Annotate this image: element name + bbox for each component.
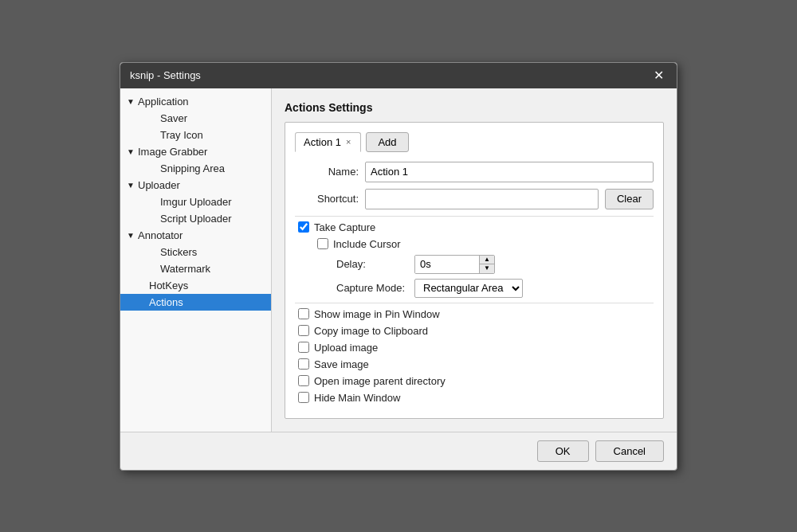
name-input[interactable] [365,162,654,182]
sidebar-item-watermark[interactable]: Watermark [120,260,271,277]
add-button[interactable]: Add [366,132,408,152]
actions-panel: Action 1 × Add Name: Shortcut: Clear [285,122,664,419]
upload-image-row: Upload image [295,342,654,354]
sidebar-item-label: Tray Icon [160,129,203,141]
shortcut-label: Shortcut: [295,193,359,205]
sidebar-item-imgur-uploader[interactable]: Imgur Uploader [120,194,271,210]
delay-label: Delay: [336,258,408,270]
capture-mode-row: Capture Mode: Rectangular AreaFull Scree… [314,279,654,298]
take-capture-label[interactable]: Take Capture [314,221,375,233]
sidebar-item-label: Snipping Area [160,162,225,174]
sidebar-item-saver[interactable]: Saver [120,110,271,127]
close-button[interactable]: ✕ [650,69,667,82]
open-parent-label[interactable]: Open image parent directory [314,375,446,387]
window-title: ksnip - Settings [130,69,201,81]
show-pin-label[interactable]: Show image in Pin Window [314,308,440,320]
sidebar-item-label: Saver [160,112,187,124]
sidebar-item-label: Actions [149,296,183,308]
take-capture-checkbox[interactable] [298,221,309,233]
tab-label: Action 1 [304,136,341,148]
open-parent-checkbox[interactable] [298,375,309,386]
triangle-icon: ▼ [127,147,135,156]
cancel-button[interactable]: Cancel [595,440,664,462]
main-content: Actions Settings Action 1 × Add Name: [272,88,677,432]
hide-main-checkbox[interactable] [298,392,309,403]
checkbox-list: Show image in Pin WindowCopy image to Cl… [295,308,654,404]
sidebar-item-annotator[interactable]: ▼Annotator [120,227,271,244]
triangle-icon: ▼ [127,97,135,106]
take-capture-row: Take Capture [295,221,654,233]
sidebar-item-label: Stickers [160,246,197,258]
delay-spinbox: ▲ ▼ [414,255,495,274]
shortcut-input-group: Clear [365,189,654,209]
show-pin-row: Show image in Pin Window [295,308,654,320]
capture-mode-select[interactable]: Rectangular AreaFull ScreenActive Window… [414,279,523,298]
sidebar-item-label: Image Grabber [138,146,207,158]
spinbox-down-button[interactable]: ▼ [480,264,494,273]
save-image-row: Save image [295,358,654,370]
ok-button[interactable]: OK [537,440,589,462]
sidebar-item-label: Watermark [160,263,210,275]
save-image-label[interactable]: Save image [314,358,369,370]
sidebar-item-image-grabber[interactable]: ▼Image Grabber [120,143,271,160]
sidebar-item-label: Script Uploader [160,213,232,225]
spinbox-buttons: ▲ ▼ [479,256,494,273]
sidebar-item-label: Uploader [138,179,180,191]
include-cursor-label[interactable]: Include Cursor [333,238,401,250]
sidebar-item-label: Imgur Uploader [160,196,232,208]
copy-clipboard-row: Copy image to Clipboard [295,325,654,337]
tabs-row: Action 1 × Add [295,132,654,152]
sidebar-item-uploader[interactable]: ▼Uploader [120,177,271,194]
name-row: Name: [295,162,654,182]
settings-dialog: ksnip - Settings ✕ ▼ApplicationSaverTray… [120,62,677,471]
capture-mode-label: Capture Mode: [336,282,408,294]
spinbox-up-button[interactable]: ▲ [480,256,494,264]
open-parent-row: Open image parent directory [295,375,654,387]
copy-clipboard-label[interactable]: Copy image to Clipboard [314,325,428,337]
upload-image-checkbox[interactable] [298,342,309,353]
delay-row: Delay: ▲ ▼ [314,255,654,274]
sidebar-item-label: Application [138,96,189,108]
name-label: Name: [295,166,359,178]
hide-main-label[interactable]: Hide Main Window [314,392,400,404]
sidebar-item-label: HotKeys [149,280,188,291]
divider2 [295,303,654,303]
dialog-body: ▼ApplicationSaverTray Icon▼Image Grabber… [120,88,677,432]
title-bar: ksnip - Settings ✕ [120,63,677,88]
sidebar-item-actions[interactable]: Actions [120,294,271,311]
triangle-icon: ▼ [127,231,135,240]
sidebar-item-stickers[interactable]: Stickers [120,244,271,260]
sidebar-item-label: Annotator [138,229,183,241]
show-pin-checkbox[interactable] [298,308,309,319]
triangle-icon: ▼ [127,181,135,190]
indented-options: Include Cursor Delay: ▲ ▼ [295,238,654,298]
shortcut-row: Shortcut: Clear [295,189,654,209]
copy-clipboard-checkbox[interactable] [298,325,309,336]
delay-input[interactable] [415,256,479,273]
section-title: Actions Settings [285,101,664,114]
upload-image-label[interactable]: Upload image [314,342,378,354]
sidebar-item-script-uploader[interactable]: Script Uploader [120,210,271,227]
sidebar-item-tray-icon[interactable]: Tray Icon [120,127,271,143]
tab-close-icon[interactable]: × [344,137,352,147]
sidebar-item-snipping-area[interactable]: Snipping Area [120,160,271,177]
save-image-checkbox[interactable] [298,358,309,370]
clear-button[interactable]: Clear [605,189,654,209]
sidebar-item-hotkeys[interactable]: HotKeys [120,277,271,294]
include-cursor-row: Include Cursor [314,238,654,250]
shortcut-input[interactable] [365,189,599,209]
sidebar: ▼ApplicationSaverTray Icon▼Image Grabber… [120,88,272,432]
hide-main-row: Hide Main Window [295,392,654,404]
sidebar-item-application[interactable]: ▼Application [120,93,271,110]
include-cursor-checkbox[interactable] [317,238,328,249]
divider1 [295,216,654,217]
action1-tab[interactable]: Action 1 × [295,132,361,152]
dialog-footer: OK Cancel [120,432,677,470]
